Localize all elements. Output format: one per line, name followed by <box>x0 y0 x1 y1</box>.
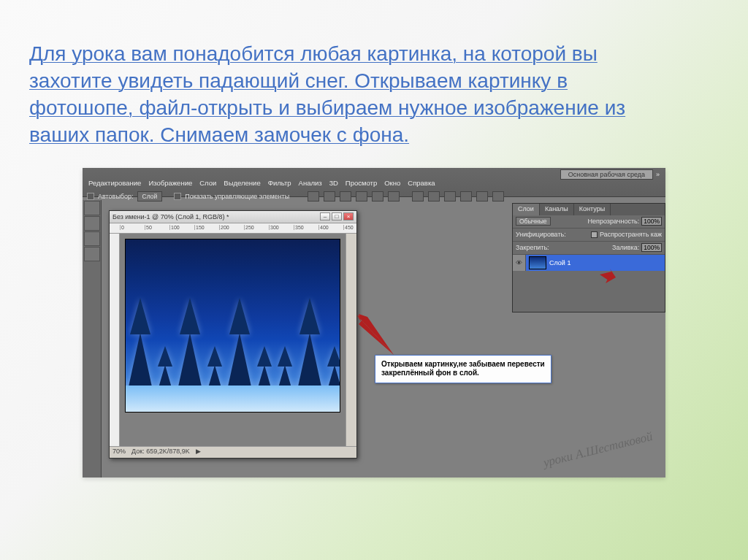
slide-title: Для урока вам понадобится любая картинка… <box>0 0 701 165</box>
show-controls-check[interactable] <box>174 193 181 200</box>
blend-mode-dropdown[interactable]: Обычные <box>516 217 551 226</box>
distribute-icon[interactable] <box>444 191 456 202</box>
menu-select[interactable]: Выделение <box>224 179 260 187</box>
distribute-icon[interactable] <box>460 191 472 202</box>
menu-view[interactable]: Просмотр <box>346 179 377 187</box>
tool[interactable] <box>84 247 100 261</box>
auto-select-label: Автовыбор: <box>98 193 134 200</box>
annotation-text: Открываем картинку,не забываем перевести… <box>381 360 545 377</box>
auto-select-dropdown[interactable]: Слой <box>137 191 163 202</box>
menu-layers[interactable]: Слои <box>199 179 216 187</box>
distribute-icon[interactable] <box>476 191 488 202</box>
menu-3d[interactable]: 3D <box>329 179 338 187</box>
layers-panel: Слои Каналы Контуры Обычные Непрозрачнос… <box>512 203 665 312</box>
watermark: уроки А.Шестаковой <box>542 429 654 470</box>
fill-label: Заливка: <box>612 244 639 251</box>
align-icon[interactable] <box>372 191 383 202</box>
layer-name: Слой 1 <box>549 259 570 266</box>
fill-field[interactable]: 100% <box>641 243 662 252</box>
scrollbar-vertical[interactable] <box>346 234 356 446</box>
propagate-label: Распространять каж <box>600 231 662 238</box>
ruler-vertical <box>110 234 120 446</box>
close-icon[interactable]: × <box>343 212 354 220</box>
layer-thumbnail <box>529 256 546 269</box>
menu-analysis[interactable]: Анализ <box>299 179 322 187</box>
document-window: Без имени-1 @ 70% (Слой 1, RGB/8) * – □ … <box>109 210 357 459</box>
distribute-icon[interactable] <box>492 191 504 202</box>
tab-paths[interactable]: Контуры <box>574 204 611 215</box>
align-icon[interactable] <box>388 191 400 202</box>
minimize-icon[interactable]: – <box>320 212 330 220</box>
toolbox <box>83 200 102 477</box>
workspace-switcher[interactable]: Основная рабочая среда » <box>560 169 660 180</box>
screenshot: Основная рабочая среда » Редактирование … <box>83 168 665 477</box>
tool[interactable] <box>84 231 100 246</box>
tool[interactable] <box>84 216 100 231</box>
layer-row[interactable]: 👁 Слой 1 <box>513 255 665 271</box>
document-title: Без имени-1 @ 70% (Слой 1, RGB/8) * <box>112 213 229 220</box>
lock-label: Закрепить: <box>516 244 549 251</box>
app-chrome: Основная рабочая среда » Редактирование … <box>83 168 665 197</box>
align-icon[interactable] <box>308 191 319 202</box>
zoom-readout[interactable]: 70% <box>112 448 126 457</box>
tab-channels[interactable]: Каналы <box>540 204 574 215</box>
align-icon[interactable] <box>324 191 335 202</box>
menu-filter[interactable]: Фильтр <box>268 179 291 187</box>
annotation-callout: Открываем картинку,не забываем перевести… <box>375 355 552 383</box>
menubar: Редактирование Изображение Слои Выделени… <box>88 179 435 187</box>
show-controls-label: Показать управляющие элементы <box>185 193 289 200</box>
menu-edit[interactable]: Редактирование <box>88 179 141 187</box>
ruler-horizontal: 0 50 100 150 200 250 300 350 400 450 <box>110 223 356 234</box>
menu-help[interactable]: Справка <box>408 179 435 187</box>
opacity-label: Непрозрачность: <box>588 218 640 225</box>
align-icon[interactable] <box>356 191 367 202</box>
canvas-area[interactable] <box>120 234 346 446</box>
distribute-icon[interactable] <box>428 191 440 202</box>
tab-layers[interactable]: Слои <box>513 204 540 215</box>
visibility-icon[interactable]: 👁 <box>513 255 526 271</box>
image-canvas <box>126 239 340 412</box>
distribute-icon[interactable] <box>412 191 424 202</box>
propagate-check[interactable] <box>591 231 598 238</box>
docinfo-readout: Док: 659,2K/878,9K <box>131 448 190 457</box>
unify-label: Унифицировать: <box>516 231 566 238</box>
auto-select-check[interactable] <box>87 193 94 200</box>
maximize-icon[interactable]: □ <box>332 212 342 220</box>
tool[interactable] <box>84 201 100 215</box>
menu-image[interactable]: Изображение <box>148 179 192 187</box>
options-bar: Автовыбор: Слой Показать управляющие эле… <box>87 190 504 203</box>
menu-window[interactable]: Окно <box>384 179 400 187</box>
opacity-field[interactable]: 100% <box>641 217 662 226</box>
align-icon[interactable] <box>340 191 351 202</box>
document-statusbar: 70% Док: 659,2K/878,9K ▶ <box>110 446 356 458</box>
